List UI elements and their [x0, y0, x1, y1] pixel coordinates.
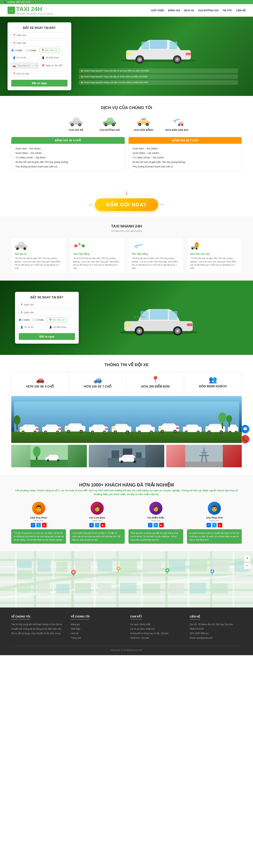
twitter-btn-0[interactable]: t — [36, 523, 41, 527]
facebook-btn-2[interactable]: f — [148, 523, 153, 527]
footer-link-gioithieu[interactable]: Giới thiệu — [71, 627, 123, 631]
svg-rect-2 — [150, 40, 167, 49]
dropoff-input[interactable] — [11, 40, 67, 46]
youtube-btn-0[interactable]: ▶ — [42, 523, 46, 527]
svg-rect-184 — [189, 583, 206, 594]
two-way-radio-2[interactable] — [33, 319, 35, 321]
footer-grid: VỀ CHÚNG TÔI Taxi là ứng dụng kết nối kh… — [11, 615, 242, 640]
svg-point-42 — [196, 248, 197, 250]
svg-rect-100 — [158, 427, 161, 429]
messenger-button[interactable]: 💬 — [241, 425, 249, 433]
nav-item-lienhe[interactable]: LIÊN HỆ — [236, 9, 246, 12]
cta-button[interactable]: BẤM GỌI NGAY — [95, 198, 158, 211]
dropoff-input-2[interactable] — [19, 310, 75, 316]
feature-card-3: Đưa đón sân bay * Đi khứ hồi lượt về giả… — [187, 238, 242, 273]
pickup-input-2[interactable] — [19, 302, 75, 308]
svg-rect-171 — [143, 561, 161, 571]
nav-item-banggia[interactable]: BẢNG GIÁ — [168, 9, 180, 12]
fleet-sub-images — [11, 445, 242, 467]
facebook-btn-0[interactable]: f — [31, 523, 35, 527]
fleet-stat-num-1: HƠN 100 XE 7 CHỖ — [71, 385, 125, 388]
testimonial-text-0: "Tôi đã sử dụng dịch vụ của cọc này được… — [11, 529, 66, 544]
service-card-1[interactable]: TAXI ĐƯỜNG DÀI — [95, 116, 125, 131]
twitter-btn-2[interactable]: t — [154, 523, 158, 527]
footer-link-trangchu[interactable]: Trang chủ — [71, 636, 123, 640]
return-btn[interactable]: 📅 Đặt chiều về — [39, 48, 59, 53]
nav-item-taxiduongdai[interactable]: TAXI ĐƯỜNG DÀI — [198, 9, 219, 12]
book-now-button-2[interactable]: Đặt xe ngay — [19, 333, 75, 340]
twitter-btn-1[interactable]: t — [95, 523, 99, 527]
one-way-radio[interactable] — [11, 49, 14, 52]
one-way-radio-2[interactable] — [19, 319, 21, 321]
svg-point-82 — [103, 431, 105, 433]
down-arrow-icon: ↓ — [6, 189, 247, 196]
footer-commit-2[interactable]: Không để xe hỏng hay ùn tắc, bôi trơn — [130, 631, 182, 636]
svg-rect-89 — [112, 428, 115, 429]
svg-rect-135 — [136, 452, 141, 458]
services-section: DỊCH VỤ CỦA CHÚNG TÔI TAXI GIÁ RẺ — [0, 96, 253, 181]
testimonial-card-1: 👩 Chị Linh Đàm Nhân viên f t ▶ "Lái xe đ… — [70, 502, 125, 544]
svg-rect-176 — [17, 583, 31, 592]
pickup-input[interactable] — [11, 32, 67, 38]
svg-text:+: + — [246, 556, 248, 560]
facebook-btn-1[interactable]: f — [89, 523, 94, 527]
svg-point-15 — [71, 124, 73, 126]
service-label-3: ĐƯA ĐÓN SÂN BAY — [166, 129, 189, 131]
testimonials-title: HƠN 1000+ KHÁCH HÀNG ĐÃ TRẢI NGHIỆM — [11, 482, 242, 488]
one-way-label-2[interactable]: 1 Chiều — [19, 317, 30, 322]
testimonial-text-2: "Mức giá đưa ra không quá đắt mà chất lư… — [128, 529, 183, 544]
footer-col-3: LIÊN HỆ Địa chỉ: 3D demo địa chỉ, Sân ba… — [190, 615, 242, 640]
service-card-2[interactable]: TAXI HỢP ĐỒNG — [128, 116, 158, 131]
book-now-button[interactable]: Đặt xe ngay — [11, 80, 67, 87]
svg-point-106 — [197, 431, 199, 433]
footer-commit-1[interactable]: Lái xe an toàn, nhiệt tình — [130, 627, 182, 631]
youtube-btn-1[interactable]: ▶ — [100, 523, 105, 527]
svg-rect-148 — [0, 574, 253, 576]
return-btn-2[interactable]: 📅 Đặt chiều về — [47, 317, 67, 322]
nav-item-gioithieu[interactable]: GIỚI THIỆU — [151, 9, 164, 12]
footer-title-0: VỀ CHÚNG TÔI — [11, 615, 30, 620]
service-label-2: TAXI HỢP ĐỒNG — [133, 129, 153, 131]
nav-item-dichvu[interactable]: DỊCH VỤ — [184, 9, 194, 12]
svg-point-187 — [72, 571, 75, 574]
call-button[interactable]: 📞 — [241, 435, 249, 443]
hero2-car-illustration: ELANTRA — [112, 298, 205, 337]
one-way-label[interactable]: 1 Chiều — [11, 48, 22, 53]
twitter-btn-3[interactable]: t — [212, 523, 217, 527]
two-way-label[interactable]: 2 Chiều — [25, 48, 36, 53]
user-icon-2: 👤 — [20, 326, 23, 329]
svg-rect-71 — [58, 428, 61, 430]
fleet-sub-img-2 — [89, 445, 164, 467]
float-buttons: 💬 📞 — [241, 425, 249, 443]
hotline-bar: 📞 Hotline: 0987.087.XXX — [0, 0, 253, 4]
price-item-4-3: Đi khứ hồi lượt về giảm đến 70% (tùy quã… — [14, 160, 122, 164]
two-way-radio[interactable] — [25, 49, 28, 52]
youtube-btn-3[interactable]: ▶ — [218, 523, 222, 527]
fleet-stat-3: 👥 ĐÓN 90000 KHÁCH — [184, 372, 242, 392]
two-way-label-2[interactable]: 2 Chiều — [33, 317, 44, 322]
svg-rect-181 — [120, 583, 136, 594]
testimonial-text-3: Là người thường xuyên di chuyển dài ngày… — [187, 529, 242, 544]
price-item-4-1: Dưới 100km – Giá 10k/km — [14, 151, 122, 155]
testimonials-grid: 👨 CEO Duy Phúc Nhân viên f t ▶ "Tôi đã s… — [11, 502, 242, 544]
dropoff-pin-icon-2: 📍 — [20, 311, 23, 314]
avatar-3: 👨 — [208, 502, 221, 515]
footer-commit-0[interactable]: Xe sạch, thông nhất — [130, 622, 182, 627]
feature-desc-0: * Đi khứ hồi lượt về giảm đến 70% (tùy q… — [14, 257, 63, 270]
footer-link-banggia[interactable]: Bảng giá — [71, 622, 123, 627]
footer-link-lienhe[interactable]: Liên hệ — [71, 631, 123, 636]
date-field: 📅 — [40, 62, 67, 69]
address-input[interactable] — [11, 71, 67, 77]
fleet-stat-num-3: ĐÓN 90000 KHÁCH — [186, 385, 240, 388]
youtube-btn-2[interactable]: ▶ — [159, 523, 164, 527]
svg-point-50 — [138, 330, 140, 332]
service-card-0[interactable]: TAXI GIÁ RẺ — [61, 116, 91, 131]
testimonial-card-2: 👩 Chị Điểm Kiều Nhân viên f t ▶ "Mức giá… — [128, 502, 183, 544]
svg-rect-163 — [232, 551, 234, 608]
nav-item-tintuc[interactable]: TIN TỨC — [222, 9, 232, 12]
service-card-3[interactable]: ĐƯA ĐÓN SÂN BAY — [162, 116, 192, 131]
svg-point-137 — [120, 460, 123, 463]
facebook-btn-3[interactable]: f — [207, 523, 211, 527]
footer-commit-3[interactable]: Nhiệt tình, chu đáo — [130, 636, 182, 640]
svg-point-123 — [226, 415, 232, 423]
